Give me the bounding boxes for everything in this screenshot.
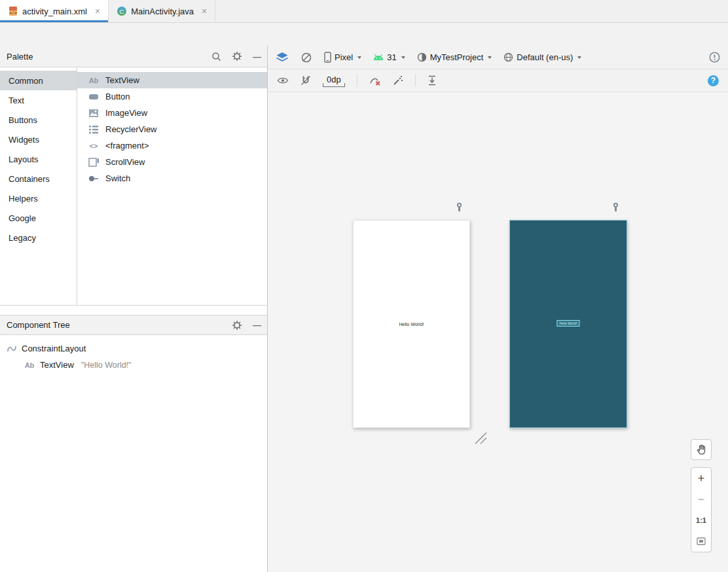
svg-text:</>: </> — [9, 10, 17, 16]
palette-item-label: Switch — [105, 173, 130, 183]
design-toolbar: Pixel 31 MyTestProject — [268, 46, 728, 69]
component-tree: ConstraintLayout Ab TextView "Hello Worl… — [0, 335, 267, 572]
tree-item-label: ConstraintLayout — [22, 344, 86, 353]
help-icon[interactable]: ? — [708, 75, 719, 86]
component-tree-title: Component Tree — [7, 320, 70, 330]
recyclerview-icon — [88, 125, 100, 134]
left-panel: Palette — Common Text Buttons Widgets La… — [0, 46, 268, 572]
palette-item-imageview[interactable]: ImageView — [77, 105, 267, 121]
tree-item-value: "Hello World!" — [81, 361, 132, 370]
design-preview-surface[interactable]: Hello World! — [353, 220, 470, 428]
toolbar-divider — [415, 75, 416, 86]
palette-item-fragment[interactable]: <> <fragment> — [77, 137, 267, 154]
palette-category-widgets[interactable]: Widgets — [0, 130, 77, 149]
palette-item-label: ImageView — [105, 108, 147, 118]
view-options-eye-button[interactable] — [277, 77, 289, 84]
device-label: Pixel — [335, 52, 353, 62]
tab-label: activity_main.xml — [22, 7, 87, 16]
design-surface-button[interactable] — [276, 52, 289, 63]
default-margin-button[interactable]: 0dp — [323, 75, 345, 87]
zoom-ratio-button[interactable]: 1:1 — [691, 510, 711, 531]
blueprint-config-wrench-icon[interactable] — [612, 202, 620, 213]
zoom-in-button[interactable]: + — [691, 468, 711, 489]
palette-category-text[interactable]: Text — [0, 90, 77, 110]
chevron-down-icon — [401, 56, 405, 59]
tab-label: MainActivity.java — [131, 7, 194, 16]
palette: Common Text Buttons Widgets Layouts Cont… — [0, 67, 267, 306]
panel-splitter[interactable] — [0, 306, 267, 315]
palette-category-containers[interactable]: Containers — [0, 169, 77, 188]
zoom-out-button[interactable]: − — [691, 489, 711, 510]
api-level-selector[interactable]: 31 — [373, 52, 405, 62]
chevron-down-icon — [577, 56, 581, 59]
api-level-label: 31 — [387, 52, 396, 62]
globe-icon — [503, 52, 513, 62]
orientation-button[interactable] — [300, 52, 312, 63]
blueprint-preview-surface[interactable]: Hello World! — [509, 220, 627, 428]
theme-label: MyTestProject — [430, 52, 484, 62]
search-icon[interactable] — [211, 52, 221, 62]
svg-text:C: C — [120, 8, 124, 15]
design-config-wrench-icon[interactable] — [456, 202, 464, 213]
component-tree-header: Component Tree — — [0, 315, 267, 335]
palette-item-label: <fragment> — [105, 141, 149, 151]
palette-item-label: RecyclerView — [105, 124, 157, 134]
zoom-button-group: + − 1:1 — [691, 467, 712, 552]
xml-file-icon: </> — [8, 6, 18, 16]
gear-icon[interactable] — [232, 320, 242, 331]
palette-category-common[interactable]: Common — [0, 71, 77, 90]
tree-item-constraintlayout[interactable]: ConstraintLayout — [0, 340, 267, 357]
button-icon — [88, 93, 100, 101]
imageview-icon — [88, 109, 100, 118]
issue-panel-button[interactable] — [709, 52, 720, 63]
pan-hand-button[interactable] — [691, 439, 712, 460]
locale-selector[interactable]: Default (en-us) — [503, 52, 581, 62]
palette-item-recyclerview[interactable]: RecyclerView — [77, 121, 267, 137]
constraintlayout-icon — [7, 344, 17, 353]
pack-align-button[interactable] — [428, 75, 437, 86]
palette-categories: Common Text Buttons Widgets Layouts Cont… — [0, 67, 77, 305]
clear-constraints-button[interactable] — [369, 75, 381, 86]
chevron-down-icon — [488, 56, 492, 59]
palette-item-switch[interactable]: Switch — [77, 170, 267, 187]
theme-icon — [417, 52, 427, 62]
device-selector[interactable]: Pixel — [324, 52, 361, 63]
android-icon — [373, 54, 384, 61]
palette-item-label: Button — [105, 92, 130, 101]
zoom-controls: + − 1:1 — [691, 439, 712, 552]
palette-item-textview[interactable]: Ab TextView — [77, 72, 267, 88]
blueprint-selected-textview[interactable]: Hello World! — [556, 320, 579, 327]
constraint-toolbar: 0dp ? — [268, 69, 728, 92]
tree-item-label: TextView — [40, 360, 74, 370]
minimize-icon[interactable]: — — [253, 52, 261, 62]
palette-category-helpers[interactable]: Helpers — [0, 188, 77, 208]
gear-icon[interactable] — [232, 51, 242, 62]
minimize-icon[interactable]: — — [253, 320, 261, 330]
close-tab-icon[interactable]: × — [95, 7, 100, 16]
palette-category-layouts[interactable]: Layouts — [0, 149, 77, 169]
tab-activity-main-xml[interactable]: </> activity_main.xml × — [0, 0, 109, 22]
close-tab-icon[interactable]: × — [202, 7, 207, 16]
tab-mainactivity-java[interactable]: C MainActivity.java × — [109, 0, 215, 22]
palette-title: Palette — [7, 52, 33, 62]
design-editor: Pixel 31 MyTestProject — [268, 46, 728, 572]
toolbar-divider — [357, 75, 357, 86]
palette-item-button[interactable]: Button — [77, 88, 267, 105]
zoom-to-fit-button[interactable] — [691, 531, 711, 552]
tree-item-textview[interactable]: Ab TextView "Hello World!" — [0, 357, 267, 373]
palette-category-google[interactable]: Google — [0, 208, 77, 228]
palette-item-scrollview[interactable]: ScrollView — [77, 154, 267, 170]
phone-icon — [324, 52, 331, 63]
theme-selector[interactable]: MyTestProject — [417, 52, 492, 62]
textview-icon: Ab — [24, 361, 35, 369]
design-hello-world-textview[interactable]: Hello World! — [354, 322, 469, 327]
navigation-bar-strip — [0, 23, 728, 46]
device-resize-handle[interactable] — [473, 430, 487, 446]
design-canvas[interactable]: Hello World! Hello World! + − 1:1 — [268, 92, 728, 572]
infer-constraints-wand-button[interactable] — [393, 75, 403, 86]
autoconnect-magnet-button[interactable] — [300, 75, 311, 86]
palette-item-label: ScrollView — [105, 157, 145, 167]
java-class-icon: C — [117, 6, 127, 16]
palette-category-legacy[interactable]: Legacy — [0, 228, 77, 247]
palette-category-buttons[interactable]: Buttons — [0, 110, 77, 130]
